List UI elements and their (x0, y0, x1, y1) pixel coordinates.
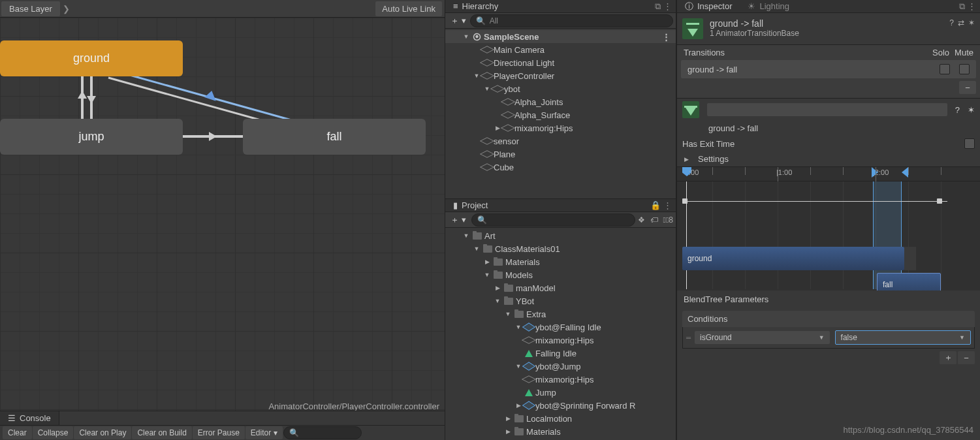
exit-time-end-icon[interactable] (937, 198, 942, 204)
kebab-icon[interactable]: ⋮ (663, 1, 672, 12)
foldout-icon[interactable]: ▶ (494, 285, 501, 291)
tab-lighting[interactable]: ☀ Lighting (740, 0, 797, 12)
kebab-icon[interactable]: ⋮ (662, 32, 676, 42)
project-clip-fallingidle[interactable]: Falling Idle (445, 347, 676, 360)
help-icon[interactable]: ? (949, 18, 954, 27)
hierarchy-item-ybot[interactable]: ▼ybot (445, 82, 676, 95)
project-asset-jump[interactable]: ▼ybot@Jump (445, 360, 676, 373)
remove-condition-button[interactable]: − (958, 351, 975, 364)
project-folder-classmaterials[interactable]: ▼ClassMaterials01 (445, 242, 676, 255)
project-item-hips-a[interactable]: mixamorig:Hips (445, 334, 676, 347)
project-folder-models[interactable]: ▼Models (445, 268, 676, 281)
state-node-fall[interactable]: fall (243, 119, 426, 155)
project-clip-jump[interactable]: Jump (445, 386, 676, 399)
project-folder-extra[interactable]: ▼Extra (445, 307, 676, 321)
tab-hierarchy[interactable]: ≡ Hierarchy (445, 0, 506, 12)
project-folder-materials2[interactable]: ▶Materials (445, 425, 676, 438)
gear-icon[interactable]: ✶ (968, 105, 975, 115)
settings-foldout-label[interactable]: Settings (698, 154, 729, 164)
folder-icon (514, 428, 524, 435)
has-exit-time-checkbox[interactable] (964, 138, 975, 149)
help-icon[interactable]: ? (955, 105, 960, 115)
scene-row[interactable]: ▼ ⦿ SampleScene ⋮ (445, 30, 676, 43)
hierarchy-item-alphajoints[interactable]: Alpha_Joints (445, 95, 676, 108)
foldout-icon[interactable]: ▼ (483, 272, 491, 278)
foldout-icon[interactable]: ▼ (514, 324, 522, 330)
foldout-icon[interactable]: ▶ (504, 428, 512, 435)
solo-checkbox[interactable] (940, 64, 950, 74)
condition-parameter-dropdown[interactable]: isGround ▼ (695, 331, 829, 344)
clear-button[interactable]: Clear (3, 426, 32, 439)
collapse-toggle[interactable]: Collapse (33, 426, 74, 439)
console-search-input[interactable]: 🔍 (283, 426, 362, 439)
tab-project[interactable]: ▮ Project (445, 199, 496, 212)
project-asset-fallingidle[interactable]: ▼ybot@Falling Idle (445, 321, 676, 334)
clip-fall[interactable]: fall (877, 273, 941, 291)
hidden-count-icon[interactable]: 👁̶8 (663, 215, 673, 225)
hierarchy-item-sensor[interactable]: sensor (445, 134, 676, 148)
transition-name-field[interactable] (707, 103, 947, 116)
create-asset-dropdown[interactable]: ＋ ▾ (448, 213, 469, 227)
project-folder-ybot[interactable]: ▼YBot (445, 294, 676, 307)
clear-on-play-toggle[interactable]: Clear on Play (74, 426, 131, 439)
auto-live-link-toggle[interactable]: Auto Live Link (375, 1, 442, 16)
lock-icon[interactable]: 🔒 (650, 200, 661, 210)
hierarchy-item-plane[interactable]: Plane (445, 148, 676, 161)
condition-value-dropdown[interactable]: false ▼ (835, 330, 971, 345)
foldout-icon[interactable]: ▼ (514, 363, 522, 369)
error-pause-toggle[interactable]: Error Pause (193, 426, 245, 439)
kebab-icon[interactable]: ⋮ (663, 200, 672, 210)
foldout-icon[interactable]: ▶ (514, 402, 522, 409)
foldout-icon[interactable]: ▼ (462, 232, 470, 239)
watermark: https://blog.csdn.net/qq_37856544 (844, 425, 974, 435)
foldout-icon[interactable]: ▶ (682, 156, 690, 163)
editor-dropdown[interactable]: Editor ▾ (245, 426, 283, 439)
project-item-hips-b[interactable]: mixamorig:Hips (445, 373, 676, 386)
clip-ground[interactable]: ground (682, 247, 904, 270)
add-condition-button[interactable]: ＋ (940, 351, 956, 364)
foldout-icon[interactable]: ▶ (483, 259, 491, 265)
tab-console[interactable]: ☰ Console (0, 411, 59, 425)
transition-out-marker-icon[interactable] (902, 167, 908, 178)
state-node-jump[interactable]: jump (0, 119, 183, 155)
project-folder-localmotion[interactable]: ▶Localmotion (445, 412, 676, 425)
detach-icon[interactable]: ⧉ (655, 1, 661, 12)
project-folder-art[interactable]: ▼Art (445, 229, 676, 242)
transition-row[interactable]: ground -> fall (681, 60, 976, 78)
hierarchy-item-hips[interactable]: ▶mixamorig:Hips (445, 121, 676, 134)
hierarchy-search-input[interactable]: 🔍 All (470, 14, 673, 27)
hierarchy-item-playercontroller[interactable]: ▼PlayerController (445, 69, 676, 82)
folder-icon (473, 232, 482, 240)
foldout-icon[interactable]: ▼ (462, 33, 470, 40)
search-by-label-icon[interactable]: 🏷 (650, 215, 658, 225)
drag-handle-icon[interactable]: ═ (686, 334, 689, 341)
project-search-input[interactable]: 🔍 (471, 213, 635, 227)
create-dropdown[interactable]: ＋ ▾ (448, 14, 469, 28)
foldout-icon[interactable]: ▼ (494, 298, 501, 304)
hierarchy-item-alphasurface[interactable]: Alpha_Surface (445, 108, 676, 121)
hierarchy-tab-label: Hierarchy (462, 1, 499, 11)
animator-breadcrumb[interactable]: Base Layer (1, 1, 60, 16)
foldout-icon[interactable]: ▼ (473, 245, 481, 252)
state-node-ground[interactable]: ground (0, 40, 183, 76)
hierarchy-item-camera[interactable]: Main Camera (445, 43, 676, 56)
kebab-icon[interactable]: ⋮ (968, 1, 976, 12)
hierarchy-item-light[interactable]: Directional Light (445, 56, 676, 69)
hierarchy-item-cube[interactable]: Cube (445, 161, 676, 174)
animator-graph[interactable]: ground jump fall AnimatorController/Play… (0, 18, 445, 440)
mute-checkbox[interactable] (959, 64, 970, 74)
preset-icon[interactable]: ⇄ (958, 18, 964, 27)
search-by-type-icon[interactable]: ❖ (638, 215, 645, 225)
foldout-icon[interactable]: ▶ (504, 415, 512, 422)
gear-icon[interactable]: ✶ (968, 18, 975, 27)
detach-icon[interactable]: ⧉ (959, 1, 965, 12)
transition-timeline[interactable]: :00 |1:00 |2:00 ground fall (677, 166, 980, 291)
exit-time-start-icon[interactable] (682, 198, 688, 204)
project-folder-manmodel[interactable]: ▶manModel (445, 281, 676, 294)
project-folder-materials[interactable]: ▶Materials (445, 255, 676, 268)
foldout-icon[interactable]: ▼ (504, 311, 512, 317)
project-asset-sprint[interactable]: ▶ybot@Sprinting Forward R (445, 399, 676, 412)
clear-on-build-toggle[interactable]: Clear on Build (132, 426, 191, 439)
remove-transition-button[interactable]: − (959, 81, 976, 94)
tab-inspector[interactable]: ⓘ Inspector (677, 0, 740, 14)
